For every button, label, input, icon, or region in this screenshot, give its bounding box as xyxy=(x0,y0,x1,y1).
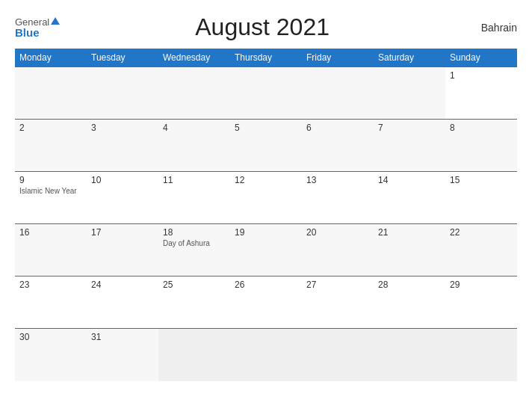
day-number: 13 xyxy=(306,175,369,185)
calendar-cell: 15 xyxy=(445,172,517,224)
day-number: 23 xyxy=(19,279,82,290)
calendar-cell: 12 xyxy=(230,172,302,224)
calendar-cell: 1 xyxy=(445,67,517,120)
day-number: 19 xyxy=(235,227,297,238)
weekday-header-row: MondayTuesdayWednesdayThursdayFridaySatu… xyxy=(15,49,517,67)
weekday-sunday: Sunday xyxy=(445,49,517,67)
calendar-cell: 14 xyxy=(374,172,445,224)
day-number: 7 xyxy=(378,123,441,133)
calendar-cell: 17 xyxy=(87,224,158,276)
day-number: 28 xyxy=(378,279,441,290)
calendar-cell xyxy=(158,329,230,381)
week-row-2: 2345678 xyxy=(15,120,517,172)
calendar-cell: 25 xyxy=(158,276,230,329)
calendar-cell xyxy=(15,67,87,120)
event-label: Day of Ashura xyxy=(163,239,226,247)
calendar-cell: 9Islamic New Year xyxy=(15,172,87,224)
calendar-container: General Blue August 2021 Bahrain MondayT… xyxy=(0,0,532,411)
country-label: Bahrain xyxy=(465,22,517,34)
calendar-cell: 16 xyxy=(15,224,87,276)
weekday-saturday: Saturday xyxy=(374,49,445,67)
calendar-cell: 11 xyxy=(158,172,230,224)
day-number: 2 xyxy=(19,123,82,133)
day-number: 31 xyxy=(91,332,154,342)
day-number: 15 xyxy=(450,175,513,185)
week-row-5: 23242526272829 xyxy=(15,276,517,329)
day-number: 30 xyxy=(19,332,82,342)
calendar-header: General Blue August 2021 Bahrain xyxy=(15,13,517,41)
calendar-cell: 6 xyxy=(302,120,374,172)
weekday-tuesday: Tuesday xyxy=(87,49,158,67)
day-number: 5 xyxy=(235,123,297,133)
day-number: 20 xyxy=(306,227,369,238)
day-number: 6 xyxy=(306,123,369,133)
week-row-3: 9Islamic New Year101112131415 xyxy=(15,172,517,224)
day-number: 27 xyxy=(306,279,369,290)
calendar-cell: 20 xyxy=(302,224,374,276)
day-number: 4 xyxy=(163,123,226,133)
weekday-friday: Friday xyxy=(302,49,374,67)
calendar-cell: 4 xyxy=(158,120,230,172)
calendar-cell: 31 xyxy=(87,329,158,381)
day-number: 16 xyxy=(19,227,82,238)
calendar-title: August 2021 xyxy=(60,13,465,41)
calendar-cell: 10 xyxy=(87,172,158,224)
calendar-cell: 19 xyxy=(230,224,302,276)
day-number: 11 xyxy=(163,175,226,185)
week-row-6: 3031 xyxy=(15,329,517,381)
day-number: 14 xyxy=(378,175,441,185)
week-row-4: 161718Day of Ashura19202122 xyxy=(15,224,517,276)
calendar-cell xyxy=(374,329,445,381)
day-number: 3 xyxy=(91,123,154,133)
weekday-thursday: Thursday xyxy=(230,49,302,67)
calendar-cell xyxy=(445,329,517,381)
weekday-wednesday: Wednesday xyxy=(158,49,230,67)
day-number: 26 xyxy=(235,279,297,290)
day-number: 10 xyxy=(91,175,154,185)
day-number: 8 xyxy=(450,123,513,133)
day-number: 21 xyxy=(378,227,441,238)
day-number: 12 xyxy=(235,175,297,185)
logo-general-text: General xyxy=(15,17,60,27)
calendar-cell: 2 xyxy=(15,120,87,172)
logo: General Blue xyxy=(15,17,60,38)
calendar-cell: 23 xyxy=(15,276,87,329)
calendar-cell: 7 xyxy=(374,120,445,172)
calendar-cell xyxy=(230,67,302,120)
calendar-cell: 8 xyxy=(445,120,517,172)
calendar-cell: 21 xyxy=(374,224,445,276)
day-number: 25 xyxy=(163,279,226,290)
day-number: 24 xyxy=(91,279,154,290)
calendar-cell xyxy=(230,329,302,381)
calendar-cell: 3 xyxy=(87,120,158,172)
calendar-cell xyxy=(158,67,230,120)
calendar-cell: 26 xyxy=(230,276,302,329)
logo-blue-text: Blue xyxy=(15,27,60,38)
week-row-1: 1 xyxy=(15,67,517,120)
calendar-cell: 30 xyxy=(15,329,87,381)
day-number: 29 xyxy=(450,279,513,290)
day-number: 9 xyxy=(19,175,82,185)
event-label: Islamic New Year xyxy=(19,187,82,195)
calendar-cell xyxy=(302,329,374,381)
calendar-cell xyxy=(374,67,445,120)
calendar-cell: 22 xyxy=(445,224,517,276)
calendar-cell: 27 xyxy=(302,276,374,329)
calendar-cell: 29 xyxy=(445,276,517,329)
day-number: 17 xyxy=(91,227,154,238)
calendar-cell: 18Day of Ashura xyxy=(158,224,230,276)
calendar-cell: 28 xyxy=(374,276,445,329)
weekday-monday: Monday xyxy=(15,49,87,67)
logo-triangle-icon xyxy=(51,17,60,25)
calendar-cell xyxy=(87,67,158,120)
day-number: 1 xyxy=(450,70,513,81)
calendar-cell xyxy=(302,67,374,120)
calendar-cell: 5 xyxy=(230,120,302,172)
day-number: 22 xyxy=(450,227,513,238)
calendar-grid: MondayTuesdayWednesdayThursdayFridaySatu… xyxy=(15,49,517,381)
calendar-cell: 13 xyxy=(302,172,374,224)
day-number: 18 xyxy=(163,227,226,238)
calendar-cell: 24 xyxy=(87,276,158,329)
